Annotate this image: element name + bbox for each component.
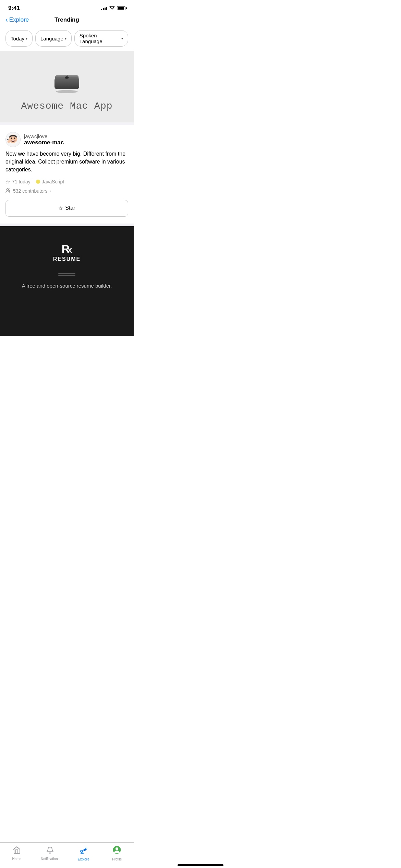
status-icons <box>101 6 125 10</box>
repo-card: jaywcjlove awesome-mac Now we have becom… <box>0 125 134 217</box>
contributors-icon <box>5 188 11 194</box>
star-button[interactable]: ☆ Star <box>5 200 128 217</box>
signal-bars-icon <box>101 6 107 10</box>
status-bar: 9:41 <box>0 0 134 14</box>
back-chevron-icon: ‹ <box>5 16 8 24</box>
star-button-label: Star <box>65 205 75 211</box>
separator-2 <box>0 224 134 226</box>
mac-mini-svg-icon <box>51 64 82 95</box>
filter-language-label: Language <box>40 36 63 41</box>
status-time: 9:41 <box>8 5 20 12</box>
rx-divider <box>58 273 75 276</box>
filter-language[interactable]: Language ▾ <box>35 30 72 47</box>
language-stat: JavaScript <box>36 179 64 184</box>
chevron-down-icon: ▾ <box>121 37 123 40</box>
battery-icon <box>117 6 125 10</box>
hero-card: Awesome Mac App <box>0 51 134 122</box>
svg-rect-6 <box>55 75 78 77</box>
avatar <box>5 132 21 147</box>
stars-count: 71 today <box>12 179 31 184</box>
author-info: jaywcjlove awesome-mac <box>24 133 64 146</box>
filter-bar: Today ▾ Language ▾ Spoken Language ▾ <box>0 27 134 51</box>
wifi-icon <box>109 6 115 10</box>
repo-description: Now we have become very big, Different f… <box>5 150 128 174</box>
hero-dark-subtitle: A free and open-source resume builder. <box>22 283 112 289</box>
svg-point-11 <box>8 140 10 143</box>
repo-hero-icon <box>51 64 82 95</box>
divider-line-1 <box>58 273 75 274</box>
rx-x-letter: x <box>68 245 72 255</box>
apple-logo-emoji: Now we have become very big, Different f… <box>5 151 125 172</box>
svg-point-5 <box>66 77 68 79</box>
svg-point-9 <box>11 137 12 139</box>
filter-spoken-language[interactable]: Spoken Language ▾ <box>74 30 128 47</box>
hero-card-dark: R x Resume A free and open-source resume… <box>0 226 134 336</box>
rx-resume-logo: R x Resume <box>53 243 81 262</box>
language-dot-icon <box>36 180 40 184</box>
star-empty-icon: ☆ <box>5 179 10 185</box>
rx-resume-label: Resume <box>53 256 81 262</box>
avatar-svg <box>6 132 20 147</box>
filter-spoken-language-label: Spoken Language <box>80 33 120 44</box>
filter-today[interactable]: Today ▾ <box>5 30 33 47</box>
back-label: Explore <box>9 16 29 23</box>
hero-title: Awesome Mac App <box>21 101 112 111</box>
chevron-down-icon: ▾ <box>26 37 27 40</box>
rx-logo-letters: R x <box>62 243 72 255</box>
contributors-count: 532 contributors <box>13 188 47 194</box>
back-button[interactable]: ‹ Explore <box>5 16 29 24</box>
language-label: JavaScript <box>42 179 64 184</box>
star-button-icon: ☆ <box>58 205 63 212</box>
repo-name: awesome-mac <box>24 139 64 146</box>
separator-1 <box>0 122 134 125</box>
svg-point-0 <box>56 90 78 93</box>
page-title: Trending <box>54 16 79 23</box>
svg-point-10 <box>14 137 15 139</box>
filter-today-label: Today <box>11 36 24 41</box>
contributors-chevron-icon: › <box>49 189 51 193</box>
contributors-row[interactable]: 532 contributors › <box>5 188 128 194</box>
chevron-down-icon: ▾ <box>65 37 66 40</box>
nav-header: ‹ Explore Trending <box>0 14 134 27</box>
repo-author-row: jaywcjlove awesome-mac <box>5 132 128 147</box>
stars-stat: ☆ 71 today <box>5 179 31 185</box>
repo-stats-row: ☆ 71 today JavaScript <box>5 179 128 185</box>
author-username: jaywcjlove <box>24 133 64 139</box>
divider-line-2 <box>58 275 75 276</box>
